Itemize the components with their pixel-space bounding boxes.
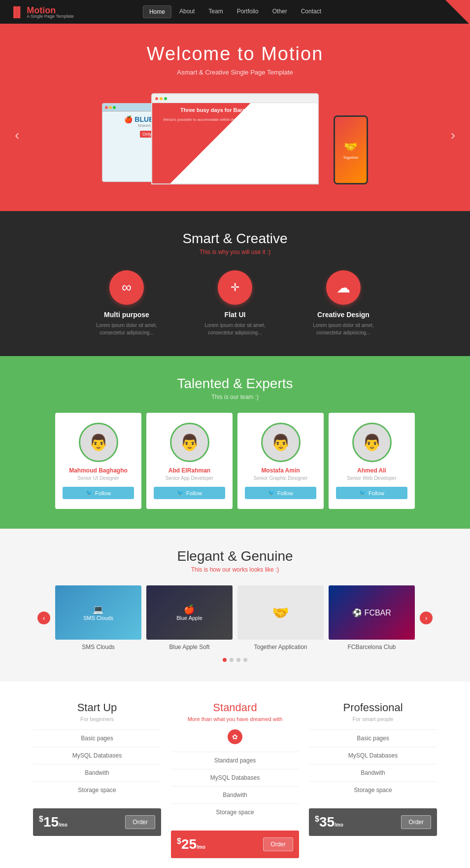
member-name-2: Mostafa Amin (245, 467, 316, 474)
portfolio-item-2: 🤝 Together Application (237, 585, 324, 651)
feature-creative: ☁ Creative Design Lorem ipsum dolor sit … (304, 270, 383, 336)
pricing-feature-2-1: MySQL Databases (309, 747, 437, 764)
navbar: ▐▌ Motion A Single Page Template Home Ab… (0, 0, 470, 24)
portfolio-items: 💻 SMS Clouds SMS Clouds 🍎 Blue Apple Blu… (55, 585, 415, 651)
corner-decoration (445, 0, 470, 25)
feature-desc-2: Lorem ipsum dolor sit amet, consectetur … (304, 322, 383, 336)
team-card-3: 👨 Ahmed Ali Senior Web Developer 🐦 Follo… (329, 413, 415, 509)
member-name-0: Mahmoud Baghagho (63, 467, 134, 474)
portfolio-label-1: Blue Apple Soft (146, 644, 233, 651)
pricing-standard: Standard More than what you have dreamed… (171, 701, 299, 858)
portfolio-thumb-0: 💻 SMS Clouds (55, 585, 141, 640)
team-subtitle: This is our team :) (10, 394, 460, 400)
pricing-price-2: $35/mo Order (309, 808, 437, 836)
pricing-feature-0-2: Bandwith (33, 764, 161, 781)
features-grid: ∞ Multi purpose Lorem ipsum dolor sit am… (10, 270, 460, 336)
features-title: Smart & Creative (10, 231, 460, 247)
hero-carousel: ‹ 🍎 BLUE APPLE Shared Hosting Only 30$ (10, 86, 460, 184)
pricing-subtitle-1: More than what you have dreamed with (171, 716, 299, 722)
pricing-feature-2-0: Basic pages (309, 729, 437, 747)
nav-home[interactable]: Home (143, 5, 171, 18)
creative-icon: ☁ (326, 270, 361, 305)
team-card-1: 👨 Abd ElRahman Senior App Developer 🐦 Fo… (146, 413, 233, 509)
main-nav: Home About Team Portfolio Other Contact (143, 5, 327, 18)
portfolio-subtitle: This is how our works looks like :) (10, 566, 460, 573)
member-role-0: Senior UI Designer (63, 475, 134, 481)
follow-btn-1[interactable]: 🐦 Follow (154, 487, 225, 499)
pricing-subtitle-0: For beginners (33, 716, 161, 722)
portfolio-label-3: FCBarcelona Club (329, 644, 415, 651)
dot-3[interactable] (243, 658, 247, 662)
hero-next-arrow[interactable]: › (451, 127, 455, 143)
avatar-2: 👨 (261, 423, 301, 462)
features-subtitle: This is why you will use it :) (10, 249, 460, 255)
portfolio-label-2: Together Application (237, 644, 324, 651)
feature-multipurpose: ∞ Multi purpose Lorem ipsum dolor sit am… (87, 270, 166, 336)
pricing-grid: Start Up For beginners Basic pages MySQL… (10, 701, 460, 858)
team-card-2: 👨 Mostafa Amin Senior Graphic Designer 🐦… (237, 413, 324, 509)
pricing-feature-1-1: MySQL Databases (171, 769, 299, 786)
hero-title: Welcome to Motion (10, 43, 460, 65)
team-section: Talented & Experts This is our team :) 👨… (0, 356, 470, 529)
dot-0[interactable] (223, 658, 227, 662)
price-amount-2: $35/mo (315, 814, 343, 830)
pricing-feature-1-2: Bandwith (171, 786, 299, 803)
portfolio-carousel: ‹ 💻 SMS Clouds SMS Clouds 🍎 Blue Apple (10, 585, 460, 651)
hero-subtitle: Asmart & Creative Single Page Template (10, 69, 460, 76)
follow-btn-3[interactable]: 🐦 Follow (336, 487, 407, 499)
pricing-startup: Start Up For beginners Basic pages MySQL… (33, 701, 161, 858)
pricing-subtitle-2: For smart people (309, 716, 437, 722)
hero-mockup: 🍎 BLUE APPLE Shared Hosting Only 30$ Thr… (92, 86, 378, 184)
pricing-title-2: Professional (309, 701, 437, 714)
member-role-2: Senior Graphic Designer (245, 475, 316, 481)
avatar-0: 👨 (79, 423, 118, 462)
nav-portfolio[interactable]: Portfolio (231, 5, 265, 18)
features-section: Smart & Creative This is why you will us… (0, 211, 470, 356)
dot-2[interactable] (236, 658, 240, 662)
portfolio-item-0: 💻 SMS Clouds SMS Clouds (55, 585, 141, 651)
follow-btn-2[interactable]: 🐦 Follow (245, 487, 316, 499)
portfolio-thumb-3: ⚽ FCBAR (329, 585, 415, 640)
order-btn-1[interactable]: Order (263, 837, 293, 851)
feature-title-2: Creative Design (304, 311, 383, 319)
brand-subtitle: A Single Page Template (27, 14, 73, 19)
nav-about[interactable]: About (173, 5, 201, 18)
pricing-feature-2-3: Storage space (309, 781, 437, 798)
follow-btn-0[interactable]: 🐦 Follow (63, 487, 134, 499)
avatar-1: 👨 (170, 423, 209, 462)
portfolio-label-0: SMS Clouds (55, 644, 141, 651)
feature-title-0: Multi purpose (87, 311, 166, 319)
portfolio-prev[interactable]: ‹ (37, 612, 50, 624)
portfolio-thumb-1: 🍎 Blue Apple (146, 585, 233, 640)
nav-team[interactable]: Team (202, 5, 229, 18)
pricing-feature-0-3: Storage space (33, 781, 161, 798)
phone-screen: 🤝 Together (335, 117, 367, 183)
browser-main-bar (152, 94, 318, 103)
nav-contact[interactable]: Contact (295, 5, 327, 18)
member-role-1: Senior App Developer (154, 475, 225, 481)
nav-other[interactable]: Other (267, 5, 293, 18)
price-amount-1: $25/mo (177, 836, 205, 852)
pricing-professional: Professional For smart people Basic page… (309, 701, 437, 858)
order-btn-0[interactable]: Order (125, 815, 155, 829)
pricing-feature-2-2: Bandwith (309, 764, 437, 781)
price-amount-0: $15/mo (39, 814, 67, 830)
hero-prev-arrow[interactable]: ‹ (15, 127, 19, 143)
pricing-feature-1-0: Standard pages (171, 752, 299, 769)
team-grid: 👨 Mahmoud Baghagho Senior UI Designer 🐦 … (10, 413, 460, 509)
order-btn-2[interactable]: Order (401, 815, 431, 829)
pricing-feature-0-0: Basic pages (33, 729, 161, 747)
portfolio-thumb-2: 🤝 (237, 585, 324, 640)
team-card-0: 👨 Mahmoud Baghagho Senior UI Designer 🐦 … (55, 413, 141, 509)
pricing-title-1: Standard (171, 701, 299, 714)
brand: ▐▌ Motion A Single Page Template (10, 5, 74, 19)
portfolio-next[interactable]: › (420, 612, 433, 624)
brand-icon: ▐▌ (10, 6, 24, 18)
pricing-badge-1: ✿ (228, 729, 242, 744)
member-name-3: Ahmed Ali (336, 467, 407, 474)
dot-1[interactable] (230, 658, 234, 662)
pricing-price-1: $25/mo Order (171, 831, 299, 858)
hero-section: Welcome to Motion Asmart & Creative Sing… (0, 24, 470, 211)
team-title: Talented & Experts (10, 376, 460, 392)
member-role-3: Senior Web Developer (336, 475, 407, 481)
